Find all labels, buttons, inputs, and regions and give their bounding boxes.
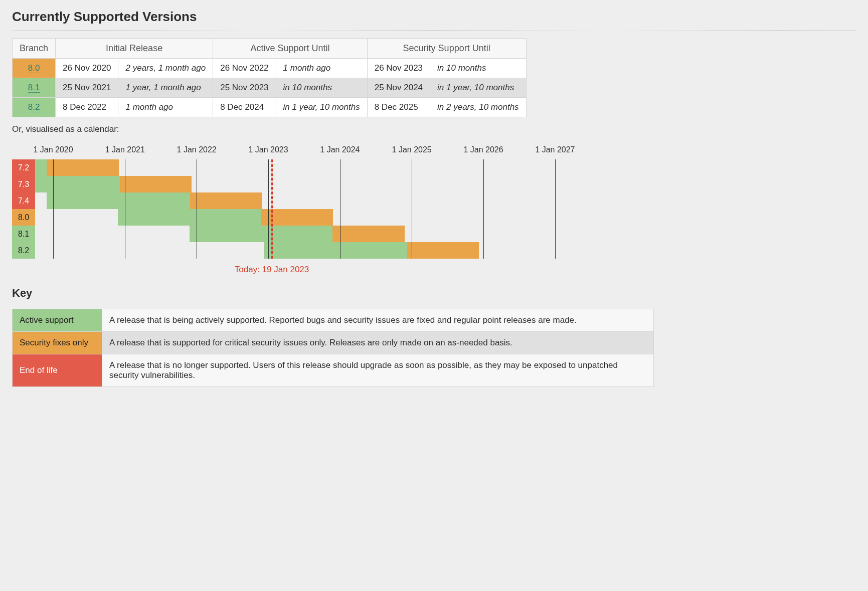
col-initial: Initial Release — [56, 39, 213, 59]
legend-desc: A release that is no longer supported. U… — [102, 354, 654, 387]
active-support-bar — [47, 192, 190, 209]
today-label: Today: 19 Jan 2023 — [235, 265, 309, 275]
legend-swatch: Security fixes only — [13, 332, 102, 354]
date-cell: 26 Nov 2020 — [56, 59, 118, 78]
relative-time-cell: in 10 months — [430, 59, 527, 78]
key-heading: Key — [12, 287, 856, 300]
security-support-bar — [47, 159, 118, 176]
calendar-intro: Or, visualised as a calendar: — [12, 124, 856, 134]
branch-link[interactable]: 8.2 — [28, 102, 40, 112]
axis-tick-line — [412, 159, 412, 259]
active-support-bar — [35, 159, 47, 176]
relative-time-cell: 1 month ago — [118, 98, 213, 117]
axis-tick-line — [53, 159, 54, 259]
date-cell: 8 Dec 2024 — [213, 98, 276, 117]
axis-tick-line — [268, 159, 269, 259]
col-security: Security Support Until — [367, 39, 526, 59]
security-support-bar — [332, 226, 404, 242]
axis-tick-line — [555, 159, 556, 259]
legend-row: Security fixes onlyA release that is sup… — [13, 332, 654, 354]
axis-tick-line — [340, 159, 340, 259]
legend-row: Active supportA release that is being ac… — [13, 309, 654, 332]
date-cell: 26 Nov 2022 — [213, 59, 276, 78]
relative-time-cell: 1 month ago — [276, 59, 367, 78]
legend-swatch: Active support — [13, 309, 102, 332]
security-support-bar — [407, 242, 479, 259]
relative-time-cell: in 1 year, 10 months — [276, 98, 367, 117]
axis-tick-label: 1 Jan 2026 — [463, 145, 503, 154]
security-support-bar — [190, 192, 262, 209]
axis-tick-label: 1 Jan 2025 — [392, 145, 432, 154]
legend-desc: A release that is supported for critical… — [102, 332, 654, 354]
timeline-row-label: 8.1 — [12, 226, 35, 242]
legend-desc: A release that is being actively support… — [102, 309, 654, 332]
relative-time-cell: 1 year, 1 month ago — [118, 78, 213, 98]
axis-tick-label: 1 Jan 2020 — [33, 145, 73, 154]
axis-tick-label: 1 Jan 2024 — [320, 145, 360, 154]
date-cell: 25 Nov 2024 — [367, 78, 430, 98]
timeline-row-label: 7.4 — [12, 192, 35, 209]
branch-cell: 8.2 — [13, 98, 56, 117]
branch-cell: 8.1 — [13, 78, 56, 98]
legend-row: End of lifeA release that is no longer s… — [13, 354, 654, 387]
date-cell: 8 Dec 2022 — [56, 98, 118, 117]
date-cell: 26 Nov 2023 — [367, 59, 430, 78]
active-support-bar — [264, 242, 407, 259]
date-cell: 25 Nov 2023 — [213, 78, 276, 98]
branch-link[interactable]: 8.1 — [28, 83, 40, 93]
active-support-bar — [35, 176, 120, 192]
relative-time-cell: in 10 months — [276, 78, 367, 98]
axis-tick-label: 1 Jan 2021 — [105, 145, 145, 154]
col-active: Active Support Until — [213, 39, 368, 59]
col-branch: Branch — [13, 39, 56, 59]
active-support-bar — [118, 209, 261, 226]
axis-tick-label: 1 Jan 2023 — [248, 145, 288, 154]
table-row: 8.125 Nov 20211 year, 1 month ago25 Nov … — [13, 78, 527, 98]
security-support-bar — [120, 176, 192, 192]
date-cell: 8 Dec 2025 — [367, 98, 430, 117]
table-row: 8.026 Nov 20202 years, 1 month ago26 Nov… — [13, 59, 527, 78]
page-title: Currently Supported Versions — [12, 9, 856, 31]
axis-tick-line — [125, 159, 125, 259]
table-header-row: Branch Initial Release Active Support Un… — [13, 39, 527, 59]
date-cell: 25 Nov 2021 — [56, 78, 118, 98]
legend-swatch: End of life — [13, 354, 102, 387]
legend-table: Active supportA release that is being ac… — [12, 309, 654, 387]
support-timeline-chart: 1 Jan 20201 Jan 20211 Jan 20221 Jan 2023… — [12, 145, 587, 274]
supported-versions-table: Branch Initial Release Active Support Un… — [12, 38, 527, 117]
active-support-bar — [190, 226, 333, 242]
timeline-row-label: 8.2 — [12, 242, 35, 259]
today-marker — [271, 159, 273, 259]
axis-tick-line — [197, 159, 197, 259]
branch-link[interactable]: 8.0 — [28, 63, 40, 73]
relative-time-cell: 2 years, 1 month ago — [118, 59, 213, 78]
branch-cell: 8.0 — [13, 59, 56, 78]
relative-time-cell: in 1 year, 10 months — [430, 78, 527, 98]
timeline-row-label: 7.2 — [12, 159, 35, 176]
timeline-row-label: 8.0 — [12, 209, 35, 226]
axis-tick-label: 1 Jan 2022 — [177, 145, 217, 154]
axis-tick-line — [483, 159, 484, 259]
table-row: 8.28 Dec 20221 month ago8 Dec 2024in 1 y… — [13, 98, 527, 117]
timeline-row-label: 7.3 — [12, 176, 35, 192]
relative-time-cell: in 2 years, 10 months — [430, 98, 527, 117]
axis-tick-label: 1 Jan 2027 — [535, 145, 575, 154]
